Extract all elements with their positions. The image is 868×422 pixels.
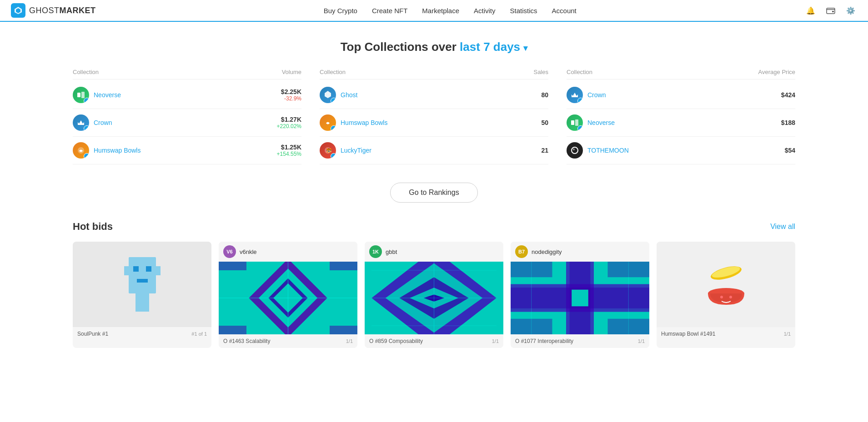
avatar: ✓	[567, 87, 583, 103]
nav-buy-crypto[interactable]: Buy Crypto	[324, 7, 357, 15]
nft-card-footer: Humswap Bowl #1491 1/1	[657, 327, 795, 341]
nft-name: Humswap Bowl #1491	[661, 331, 715, 337]
go-to-rankings-button[interactable]: Go to Rankings	[390, 183, 477, 203]
nav-statistics[interactable]: Statistics	[510, 7, 537, 15]
table-row[interactable]: ✓ Neoverse $188	[567, 109, 795, 137]
table-row[interactable]: ✓ Crown $424	[567, 81, 795, 109]
avg-col-header: Collection Average Price	[567, 69, 795, 79]
collection-info: ✓ Neoverse	[567, 114, 615, 131]
svg-rect-4	[77, 93, 80, 97]
collection-info: ✓ Ghost	[320, 87, 357, 103]
logo[interactable]: GHOSTMARKET	[11, 3, 96, 18]
logo-icon	[11, 3, 25, 18]
view-all-button[interactable]: View all	[770, 223, 795, 231]
svg-rect-26	[219, 262, 246, 270]
logo-text: GHOSTMARKET	[29, 6, 96, 15]
collection-name: Humswap Bowls	[94, 147, 140, 154]
table-row[interactable]: ✓ Neoverse $2.25K -32.9%	[73, 81, 301, 109]
hot-bids-header: Hot bids View all	[73, 221, 795, 233]
svg-rect-15	[133, 266, 139, 272]
sales-col-header: Collection Sales	[320, 69, 548, 79]
rankings-btn-wrapper: Go to Rankings	[73, 183, 795, 203]
volume-column: Collection Volume ✓ Neoverse $2.25K -32.…	[73, 69, 301, 164]
table-row[interactable]: TOTHEMOON $54	[567, 137, 795, 164]
main-content: Top Collections over last 7 days ▾ Colle…	[0, 22, 868, 366]
avatar: ✓	[73, 114, 89, 131]
svg-rect-11	[575, 119, 578, 126]
volume-col-header: Collection Volume	[73, 69, 301, 79]
svg-rect-5	[81, 92, 85, 98]
svg-rect-17	[137, 279, 148, 283]
user-name: gbbt	[386, 248, 397, 255]
header-icons: 🔔 ⚙️	[804, 4, 857, 17]
avatar: ✓	[73, 142, 89, 159]
nav-activity[interactable]: Activity	[474, 7, 496, 15]
avatar: ✓	[73, 87, 89, 103]
sales-count: 21	[541, 147, 548, 154]
svg-rect-2	[827, 8, 835, 14]
nft-card[interactable]: Humswap Bowl #1491 1/1	[657, 242, 795, 348]
svg-rect-47	[572, 290, 588, 307]
verified-badge: ✓	[331, 98, 336, 103]
nav-account[interactable]: Account	[552, 7, 577, 15]
nft-edition: 1/1	[346, 338, 353, 344]
svg-rect-14	[129, 257, 156, 293]
nft-image	[73, 242, 211, 327]
main-nav: Buy Crypto Create NFT Marketplace Activi…	[324, 7, 577, 15]
svg-point-12	[572, 147, 578, 154]
verified-badge: ✓	[84, 125, 89, 131]
settings-icon[interactable]: ⚙️	[844, 4, 857, 17]
nft-card-header: V6 v6nkle	[219, 242, 357, 262]
nav-marketplace[interactable]: Marketplace	[422, 7, 459, 15]
verified-badge: ✓	[331, 125, 336, 131]
svg-rect-29	[330, 326, 357, 334]
nft-card[interactable]: 1K gbbt	[365, 242, 503, 348]
collection-name: Crown	[587, 91, 606, 99]
avg-price: $188	[781, 119, 795, 126]
nft-name: O #859 Composability	[369, 338, 423, 344]
section-title: Top Collections over last 7 days ▾	[73, 40, 795, 54]
table-row[interactable]: 🐯 ✓ LuckyTiger 21	[320, 137, 548, 164]
collection-name: Humswap Bowls	[341, 119, 387, 126]
verified-badge: ✓	[577, 125, 583, 131]
collection-info: TOTHEMOON	[567, 142, 629, 159]
collection-info: ✓ Neoverse	[73, 87, 121, 103]
table-row[interactable]: ✓ Humswap Bowls $1.25K +154.55%	[73, 137, 301, 164]
verified-badge: ✓	[84, 153, 89, 159]
nft-name: SoulPunk #1	[77, 331, 108, 337]
nft-image	[511, 262, 649, 334]
collection-info: ✓ Crown	[567, 87, 606, 103]
wallet-icon[interactable]	[824, 4, 837, 17]
nft-edition: 1/1	[638, 338, 645, 344]
nft-card[interactable]: V6 v6nkle	[219, 242, 357, 348]
collection-name: Crown	[94, 119, 112, 126]
nft-card-header: B7 nodediggity	[511, 242, 649, 262]
nft-edition: #1 of 1	[191, 331, 207, 337]
nft-card-footer: O #1463 Scalability 1/1	[219, 334, 357, 348]
collection-info: ✓ Humswap Bowls	[320, 114, 387, 131]
collection-info: ✓ Humswap Bowls	[73, 142, 140, 159]
time-filter[interactable]: last 7 days ▾	[460, 40, 527, 54]
svg-rect-3	[832, 11, 834, 12]
sales-column: Collection Sales ✓ Ghost 80	[320, 69, 548, 164]
nft-image	[219, 262, 357, 334]
svg-rect-10	[571, 120, 574, 125]
nav-create-nft[interactable]: Create NFT	[372, 7, 407, 15]
collections-grid: Collection Volume ✓ Neoverse $2.25K -32.…	[73, 69, 795, 164]
table-row[interactable]: ✓ Humswap Bowls 50	[320, 109, 548, 137]
nft-card-footer: SoulPunk #1 #1 of 1	[73, 327, 211, 341]
nft-card[interactable]: SoulPunk #1 #1 of 1	[73, 242, 211, 348]
table-row[interactable]: ✓ Ghost 80	[320, 81, 548, 109]
verified-badge: ✓	[577, 98, 583, 103]
table-row[interactable]: ✓ Crown $1.27K +220.02%	[73, 109, 301, 137]
avatar: ✓	[320, 87, 336, 103]
bell-icon[interactable]: 🔔	[804, 4, 817, 17]
nft-card[interactable]: B7 nodediggity	[511, 242, 649, 348]
nft-edition: 1/1	[492, 338, 499, 344]
nft-card-footer: O #1077 Interoperability 1/1	[511, 334, 649, 348]
nft-edition: 1/1	[784, 331, 791, 337]
top-collections-section: Top Collections over last 7 days ▾ Colle…	[73, 40, 795, 203]
collection-value: $2.25K -32.9%	[281, 88, 301, 102]
nft-image	[365, 262, 503, 334]
collection-info: ✓ Crown	[73, 114, 112, 131]
